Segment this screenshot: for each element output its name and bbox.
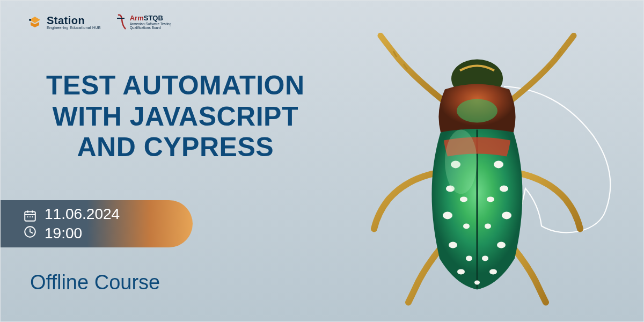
armstqb-logo: ArmSTQB Armenian Software Testing Qualif… bbox=[117, 14, 172, 30]
svg-point-31 bbox=[482, 255, 488, 261]
svg-point-6 bbox=[30, 216, 31, 217]
armstqb-logo-text: ArmSTQB bbox=[130, 14, 172, 22]
svg-point-29 bbox=[497, 241, 506, 248]
station-logo: Station Engineering Educational HUB bbox=[27, 14, 101, 30]
svg-point-25 bbox=[502, 211, 511, 219]
svg-point-7 bbox=[32, 216, 33, 217]
armstqb-icon bbox=[117, 14, 127, 30]
course-title: TEST AUTOMATION WITH JAVASCRIPT AND CYPR… bbox=[46, 70, 305, 163]
svg-point-0 bbox=[29, 19, 31, 21]
datetime-badge: 11.06.2024 19:00 bbox=[1, 200, 193, 247]
course-type-label: Offline Course bbox=[30, 271, 160, 294]
svg-point-30 bbox=[466, 255, 472, 261]
svg-point-19 bbox=[494, 160, 503, 168]
station-logo-tagline: Engineering Educational HUB bbox=[47, 26, 101, 30]
svg-point-16 bbox=[457, 99, 497, 122]
event-date: 11.06.2024 bbox=[45, 204, 120, 224]
title-line-2: WITH JAVASCRIPT bbox=[46, 101, 305, 133]
svg-point-5 bbox=[27, 216, 28, 217]
station-icon bbox=[27, 14, 42, 30]
calendar-icon bbox=[23, 209, 37, 223]
title-line-1: TEST AUTOMATION bbox=[46, 70, 305, 101]
svg-point-24 bbox=[443, 211, 452, 219]
svg-point-28 bbox=[449, 241, 457, 248]
svg-point-26 bbox=[463, 223, 470, 229]
station-logo-text: Station bbox=[47, 15, 101, 26]
svg-point-32 bbox=[457, 269, 465, 274]
beetle-icon bbox=[370, 27, 584, 306]
event-time: 19:00 bbox=[45, 224, 120, 243]
svg-point-27 bbox=[485, 223, 491, 229]
partner-logos: Station Engineering Educational HUB ArmS… bbox=[27, 14, 171, 30]
armstqb-logo-tagline-1: Armenian Software Testing bbox=[130, 22, 172, 26]
svg-point-35 bbox=[445, 129, 477, 194]
svg-point-34 bbox=[474, 280, 480, 284]
svg-point-33 bbox=[489, 269, 497, 274]
armstqb-logo-tagline-2: Qualifications Board bbox=[130, 26, 172, 30]
clock-icon bbox=[23, 225, 37, 239]
hero-illustration bbox=[327, 11, 627, 312]
svg-point-22 bbox=[460, 196, 467, 202]
svg-point-21 bbox=[500, 185, 508, 192]
svg-rect-1 bbox=[25, 211, 35, 221]
svg-line-10 bbox=[30, 232, 32, 233]
title-line-3: AND CYPRESS bbox=[46, 132, 305, 163]
svg-point-23 bbox=[487, 196, 494, 202]
